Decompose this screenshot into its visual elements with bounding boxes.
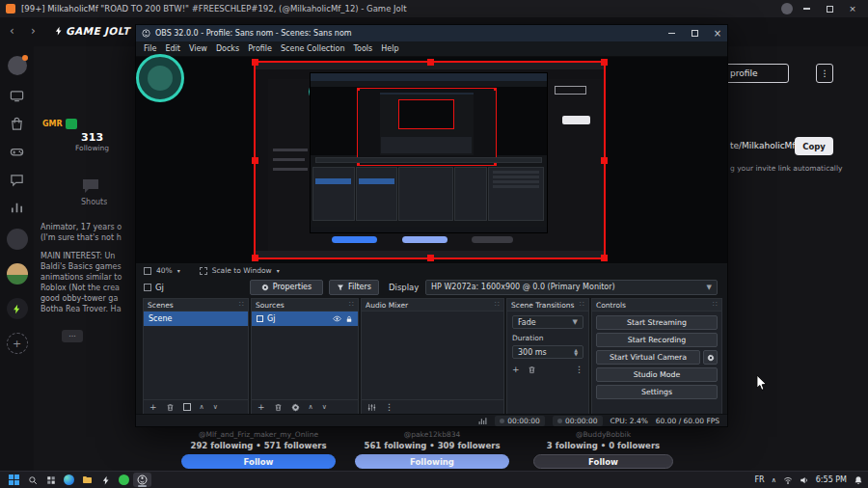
move-source-up-button[interactable]: ∧ xyxy=(309,403,313,411)
sidebar-shop-icon[interactable] xyxy=(10,117,24,131)
settings-button[interactable]: Settings xyxy=(596,385,718,399)
wifi-icon[interactable] xyxy=(783,475,793,485)
sidebar-games-icon[interactable] xyxy=(10,145,24,159)
obs-close-button[interactable]: × xyxy=(708,26,727,41)
volume-icon[interactable] xyxy=(800,475,809,485)
start-recording-button[interactable]: Start Recording xyxy=(596,333,718,347)
followed-avatar-bolt[interactable] xyxy=(7,298,28,319)
transform-handle[interactable] xyxy=(252,59,258,66)
copy-invite-button[interactable]: Copy xyxy=(795,137,833,155)
scale-caret-icon[interactable]: ▾ xyxy=(277,267,280,274)
profile-menu-item[interactable]: profile xyxy=(721,64,789,83)
transition-kebab-icon[interactable]: ⋮ xyxy=(575,365,583,374)
transform-handle[interactable] xyxy=(252,255,258,261)
gamejolt-client-button[interactable] xyxy=(96,473,115,487)
menu-docks[interactable]: Docks xyxy=(216,44,239,53)
obs-titlebar[interactable]: OBS 32.0.0 - Profile: Sans nom - Scenes:… xyxy=(136,25,727,41)
menu-help[interactable]: Help xyxy=(381,44,398,53)
following-button[interactable]: Following xyxy=(355,454,509,469)
dock-drag-icon[interactable]: ∷ xyxy=(580,301,584,309)
scene-filters-button[interactable] xyxy=(183,403,191,411)
start-streaming-button[interactable]: Start Streaming xyxy=(596,315,718,330)
move-scene-up-button[interactable]: ∧ xyxy=(200,403,204,411)
virtual-camera-config-button[interactable] xyxy=(703,350,718,365)
follow-button[interactable]: Follow xyxy=(181,454,336,469)
mixer-sliders-icon[interactable] xyxy=(367,403,376,412)
duration-spinner[interactable]: 300 ms ▲ ▼ xyxy=(512,345,583,359)
mixer-kebab-icon[interactable]: ⋮ xyxy=(385,402,393,412)
transition-select[interactable]: Fade ▼ xyxy=(512,315,583,329)
add-transition-button[interactable]: + xyxy=(512,365,520,374)
user-handle[interactable]: @Mlf_and_Friz_maker_my_Online xyxy=(181,430,336,439)
scene-list-item[interactable]: Scene xyxy=(144,312,248,326)
edge-browser-button[interactable] xyxy=(60,473,78,487)
spinner-down-button[interactable]: ▼ xyxy=(574,352,578,356)
dock-drag-icon[interactable]: ∷ xyxy=(239,301,244,309)
source-list-item[interactable]: Gj xyxy=(252,312,358,326)
filters-button[interactable]: Filters xyxy=(329,280,379,295)
obs-minimize-button[interactable] xyxy=(662,26,681,41)
user-handle[interactable]: @BuddyBobbik xyxy=(533,430,673,439)
invite-link-value[interactable]: te/MilkaholicMf_ xyxy=(730,141,800,150)
profile-menu-kebab[interactable]: ⋮ xyxy=(816,64,833,83)
clock[interactable]: 6:55 PM xyxy=(816,475,847,484)
transform-handle[interactable] xyxy=(427,255,434,261)
search-button[interactable] xyxy=(23,473,41,487)
lock-icon[interactable] xyxy=(345,315,353,323)
sidebar-trending-icon[interactable] xyxy=(10,201,24,215)
shouts-bubble-icon[interactable] xyxy=(81,177,100,195)
display-select[interactable]: HP W2072a: 1600x900 @ 0.0 (Primary Monit… xyxy=(425,280,718,295)
notification-bell-icon[interactable] xyxy=(854,475,863,485)
start-virtual-camera-button[interactable]: Start Virtual Camera xyxy=(596,350,700,365)
menu-profile[interactable]: Profile xyxy=(248,44,272,53)
file-explorer-button[interactable] xyxy=(78,473,96,487)
gamejolt-logo[interactable]: GAME JOLT xyxy=(54,25,130,37)
sidebar-user-avatar[interactable] xyxy=(8,56,27,75)
display-capture-source[interactable] xyxy=(254,61,606,259)
add-source-button[interactable]: + xyxy=(258,402,265,412)
remove-transition-button[interactable] xyxy=(528,366,536,374)
obs-taskbar-button[interactable] xyxy=(133,473,151,487)
browser-profile-avatar[interactable] xyxy=(781,3,793,14)
green-app-button[interactable] xyxy=(115,473,133,487)
dock-drag-icon[interactable]: ∷ xyxy=(495,301,500,309)
transform-handle[interactable] xyxy=(427,59,434,66)
menu-scene-collection[interactable]: Scene Collection xyxy=(281,44,345,53)
nav-forward-icon[interactable]: › xyxy=(31,24,36,38)
obs-preview-canvas[interactable] xyxy=(136,57,727,263)
task-view-button[interactable] xyxy=(41,473,60,487)
nav-back-icon[interactable]: ‹ xyxy=(10,24,14,38)
add-scene-button[interactable]: + xyxy=(149,402,157,412)
visibility-eye-icon[interactable] xyxy=(333,314,341,323)
user-handle[interactable]: @pake12kb834 xyxy=(355,430,509,439)
close-button[interactable]: × xyxy=(843,1,862,16)
source-properties-gear-icon[interactable] xyxy=(291,403,300,412)
transform-handle[interactable] xyxy=(601,255,608,261)
move-scene-down-button[interactable]: ∨ xyxy=(213,403,218,411)
menu-tools[interactable]: Tools xyxy=(354,44,373,53)
following-stat[interactable]: 313 Following xyxy=(75,131,109,152)
menu-edit[interactable]: Edit xyxy=(165,44,180,53)
menu-file[interactable]: File xyxy=(144,44,156,53)
maximize-button[interactable] xyxy=(820,1,839,16)
move-source-down-button[interactable]: ∨ xyxy=(322,403,327,411)
menu-view[interactable]: View xyxy=(189,44,207,53)
language-indicator[interactable]: FR xyxy=(754,475,764,484)
transform-handle[interactable] xyxy=(252,157,258,164)
followed-avatar-baldi[interactable] xyxy=(7,263,28,285)
follow-button[interactable]: Follow xyxy=(533,454,673,469)
properties-button[interactable]: Properties xyxy=(250,280,323,295)
profile-avatar[interactable] xyxy=(136,54,184,102)
dock-drag-icon[interactable]: ∷ xyxy=(349,301,354,309)
remove-source-button[interactable] xyxy=(274,403,283,412)
minimize-button[interactable] xyxy=(797,1,816,16)
remove-scene-button[interactable] xyxy=(166,403,175,412)
dock-drag-icon[interactable]: ∷ xyxy=(713,301,718,309)
obs-maximize-button[interactable] xyxy=(685,26,704,41)
bio-more-button[interactable]: ... xyxy=(62,330,83,342)
add-community-button[interactable]: + xyxy=(7,333,28,354)
transform-handle[interactable] xyxy=(601,157,608,164)
studio-mode-button[interactable]: Studio Mode xyxy=(596,367,718,382)
followed-avatar-1[interactable] xyxy=(7,229,28,250)
start-button[interactable] xyxy=(5,473,23,487)
